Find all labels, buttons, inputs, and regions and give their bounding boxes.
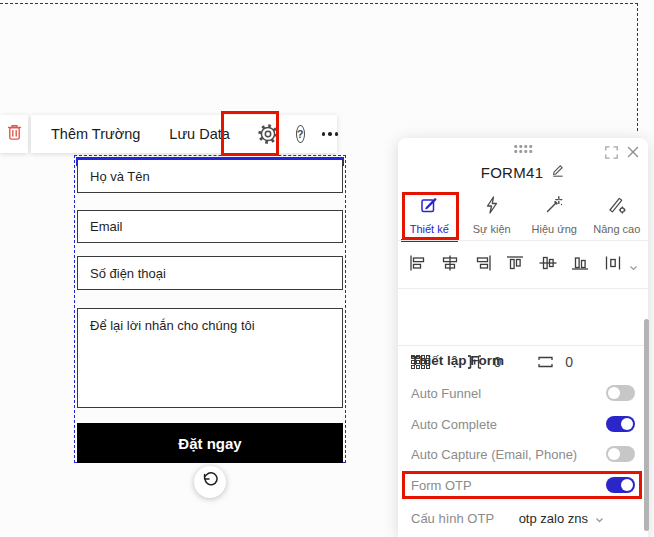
rename-pencil-icon[interactable] — [551, 163, 565, 181]
align-middle-vertical-icon[interactable] — [539, 255, 557, 275]
auto-capture-toggle[interactable] — [606, 446, 635, 462]
setting-row-auto-funnel: Auto Funnel — [411, 382, 635, 404]
form-otp-toggle[interactable] — [606, 477, 635, 493]
tab-label: Hiệu ứng — [532, 223, 577, 235]
align-bottom-icon[interactable] — [571, 255, 589, 275]
chevron-down-icon — [595, 511, 604, 526]
form-field-email[interactable]: Email — [77, 210, 343, 243]
section-boundary-top — [0, 3, 638, 4]
vertical-spacing-value[interactable]: 0 — [565, 354, 573, 370]
add-field-button[interactable]: Thêm Trường — [51, 126, 140, 142]
divider — [398, 345, 648, 346]
delete-button[interactable] — [0, 115, 28, 153]
tab-su-kien[interactable]: Sự kiện — [461, 192, 524, 240]
more-options-icon[interactable] — [322, 132, 339, 136]
setting-label: Auto Capture (Email, Phone) — [411, 447, 577, 462]
close-icon[interactable] — [626, 145, 640, 163]
setting-label: Auto Complete — [411, 417, 497, 432]
reset-rotate-button[interactable] — [194, 466, 226, 498]
form-toolbar: Thêm Trường Lưu Data ? — [31, 115, 337, 153]
trash-icon — [6, 123, 23, 145]
panel-title: FORM41 — [481, 164, 544, 181]
tab-label: Nâng cao — [593, 223, 640, 235]
otp-config-value: otp zalo zns — [519, 511, 588, 526]
panel-tabs: Thiết kế Sự kiện Hiệu ứng — [398, 192, 648, 240]
align-left-icon[interactable] — [409, 255, 427, 275]
setting-label: Auto Funnel — [411, 386, 481, 401]
setting-row-otp-config: Cấu hình OTP otp zalo zns — [411, 507, 635, 529]
setting-row-auto-complete: Auto Complete — [411, 413, 635, 435]
tab-label: Thiết kế — [410, 223, 449, 235]
help-icon[interactable]: ? — [296, 125, 305, 143]
form-field-message[interactable]: Để lại lời nhắn cho chúng tôi — [77, 308, 343, 408]
align-toolbar — [398, 241, 648, 288]
tab-hieu-ung[interactable]: Hiệu ứng — [523, 192, 586, 240]
submit-button[interactable]: Đặt ngay — [77, 423, 343, 463]
form-field-phone[interactable]: Số điện thoại — [77, 256, 343, 290]
form-settings-header: Thiết lập Form — [411, 353, 504, 368]
magic-wand-icon — [544, 195, 564, 219]
align-right-icon[interactable] — [474, 255, 492, 275]
rotate-ccw-icon — [202, 472, 219, 493]
form-field-name[interactable]: Họ và Tên — [77, 159, 343, 193]
auto-complete-toggle[interactable] — [606, 416, 635, 432]
distribute-center-icon[interactable] — [604, 255, 638, 275]
setting-row-auto-capture: Auto Capture (Email, Phone) — [411, 443, 635, 465]
section-boundary-right — [637, 3, 638, 131]
tab-thiet-ke[interactable]: Thiết kế — [398, 192, 461, 240]
divider — [398, 288, 648, 289]
vertical-spacing-icon[interactable] — [537, 354, 554, 370]
lightning-icon — [482, 195, 502, 219]
panel-scrollbar[interactable] — [644, 319, 649, 531]
edit-square-icon — [419, 195, 439, 219]
align-top-icon[interactable] — [506, 255, 524, 275]
tab-nang-cao[interactable]: Nâng cao — [586, 192, 649, 240]
tab-label: Sự kiện — [473, 223, 511, 235]
setting-row-form-otp: Form OTP — [411, 474, 635, 496]
setting-label: Cấu hình OTP — [411, 511, 494, 526]
auto-funnel-toggle[interactable] — [606, 385, 635, 401]
save-data-button[interactable]: Lưu Data — [169, 126, 230, 142]
advanced-icon — [607, 195, 627, 219]
setting-label: Form OTP — [411, 478, 472, 493]
panel-title-row: FORM41 — [398, 163, 648, 181]
drag-handle-icon[interactable] — [514, 145, 532, 153]
gear-icon[interactable] — [257, 123, 279, 145]
otp-config-dropdown[interactable]: otp zalo zns — [519, 511, 604, 526]
align-center-horizontal-icon[interactable] — [441, 255, 459, 275]
properties-panel: FORM41 Thiết kế Sự kiện — [398, 138, 648, 537]
expand-icon[interactable] — [604, 145, 619, 164]
